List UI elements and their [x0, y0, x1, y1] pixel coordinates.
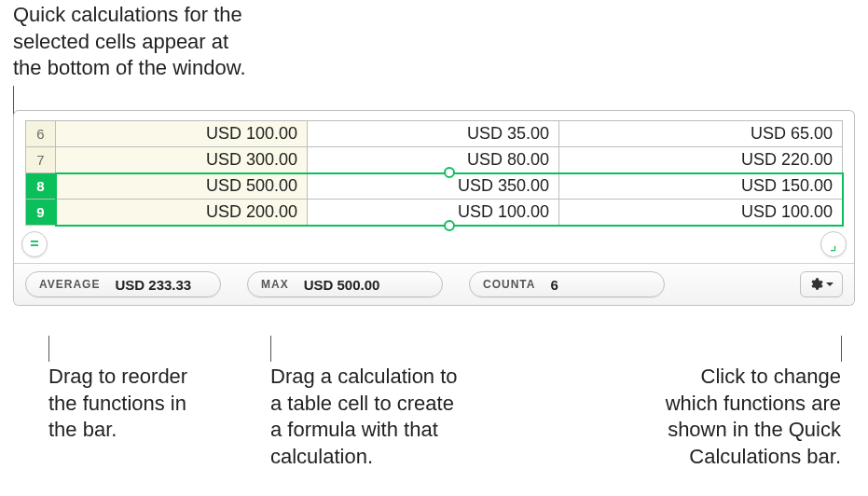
quick-calc-value: 6 [550, 277, 558, 293]
quick-calc-label: COUNTA [483, 278, 535, 291]
quick-calc-label: AVERAGE [39, 278, 100, 291]
cell[interactable]: USD 65.00 [559, 121, 843, 147]
callout-leader-line [841, 336, 842, 362]
table-row[interactable]: 8USD 500.00USD 350.00USD 150.00 [26, 173, 843, 200]
cell[interactable]: USD 350.00 [308, 173, 559, 200]
quick-calc-pill[interactable]: COUNTA6 [469, 271, 665, 297]
cell[interactable]: USD 35.00 [308, 121, 559, 147]
quick-calc-value: USD 233.33 [115, 277, 191, 293]
callout-gear: Click to change which functions are show… [666, 364, 841, 470]
table-row[interactable]: 7USD 300.00USD 80.00USD 220.00 [26, 147, 843, 173]
callout-quick-calc-summary: Quick calculations for the selected cell… [13, 2, 246, 82]
table-viewport: 6USD 100.00USD 35.00USD 65.007USD 300.00… [14, 111, 854, 263]
cell[interactable]: USD 300.00 [56, 147, 308, 173]
quick-calculations-bar: AVERAGEUSD 233.33MAXUSD 500.00COUNTA6 [14, 263, 854, 305]
quick-calc-label: MAX [261, 278, 289, 291]
row-header[interactable]: 6 [26, 121, 56, 147]
row-header[interactable]: 8 [26, 173, 56, 200]
chevron-down-icon [825, 280, 834, 289]
quick-calc-pill[interactable]: MAXUSD 500.00 [247, 271, 443, 297]
callout-leader-line [270, 336, 271, 362]
table-row[interactable]: 9USD 200.00USD 100.00USD 100.00 [26, 200, 843, 226]
callout-drag-formula: Drag a calculation to a table cell to cr… [270, 364, 458, 470]
cell[interactable]: USD 80.00 [308, 147, 559, 173]
callout-leader-line [48, 336, 49, 362]
quick-calc-settings-button[interactable] [800, 271, 843, 297]
quick-calc-pill[interactable]: AVERAGEUSD 233.33 [25, 271, 221, 297]
cell[interactable]: USD 500.00 [56, 173, 308, 200]
cell[interactable]: USD 100.00 [308, 200, 559, 226]
formula-equals-button[interactable]: = [21, 231, 48, 257]
callout-reorder: Drag to reorder the functions in the bar… [48, 364, 187, 444]
spreadsheet-panel: 6USD 100.00USD 35.00USD 65.007USD 300.00… [13, 110, 855, 306]
gear-icon [808, 277, 823, 292]
corner-icon: ⌟ [830, 236, 837, 254]
cell[interactable]: USD 150.00 [559, 173, 843, 200]
cell[interactable]: USD 200.00 [56, 200, 308, 226]
cell[interactable]: USD 220.00 [559, 147, 843, 173]
quick-calc-value: USD 500.00 [304, 277, 380, 293]
cell[interactable]: USD 100.00 [559, 200, 843, 226]
row-header[interactable]: 9 [26, 200, 56, 226]
table-corner-button[interactable]: ⌟ [820, 231, 847, 257]
table-row[interactable]: 6USD 100.00USD 35.00USD 65.00 [26, 121, 843, 147]
spreadsheet-table[interactable]: 6USD 100.00USD 35.00USD 65.007USD 300.00… [25, 120, 843, 226]
row-header[interactable]: 7 [26, 147, 56, 173]
cell[interactable]: USD 100.00 [56, 121, 308, 147]
equals-icon: = [30, 236, 38, 253]
